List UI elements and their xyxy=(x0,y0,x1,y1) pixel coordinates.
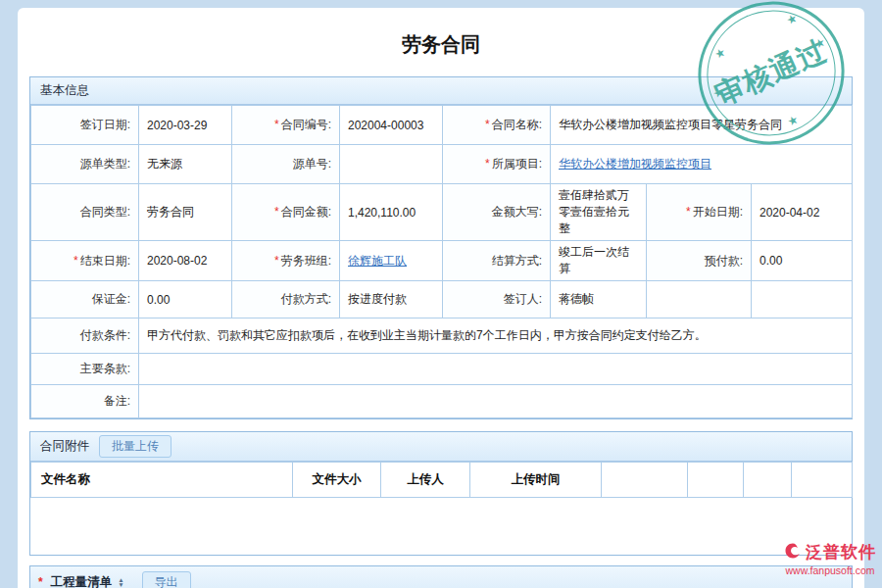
required-mark: * xyxy=(686,205,691,219)
contract-no-value: 202004-00003 xyxy=(340,106,443,145)
start-date-value: 2020-04-02 xyxy=(752,184,853,241)
col-empty xyxy=(688,463,744,498)
settlement-method-value: 竣工后一次结算 xyxy=(551,241,647,281)
amount-label: *合同金额: xyxy=(232,184,340,241)
basic-info-header: 基本信息 xyxy=(30,77,852,105)
payment-method-value: 按进度付款 xyxy=(340,281,443,318)
amount-in-words-label: 金额大写: xyxy=(443,184,551,241)
required-mark: * xyxy=(485,118,490,131)
brand-url: www.fanpusoft.com xyxy=(784,564,876,576)
main-clauses-value xyxy=(139,354,853,385)
content-panel: 劳务合同 基本信息 签订日期: 2020-03-29 *合同编号: 202004… xyxy=(18,8,864,588)
required-mark: * xyxy=(274,205,279,219)
export-button[interactable]: 导出 xyxy=(142,571,191,588)
signer-value: 蒋德帧 xyxy=(551,281,647,318)
fanpu-logo: 泛普软件 www.fanpusoft.com xyxy=(784,541,876,576)
col-empty xyxy=(602,463,688,498)
required-mark: * xyxy=(38,575,43,588)
boq-title: 工程量清单 xyxy=(51,574,113,588)
amount-in-words-value: 壹佰肆拾贰万零壹佰壹拾元整 xyxy=(551,184,647,241)
labor-team-value: 徐辉施工队 xyxy=(340,241,443,281)
payment-terms-value: 甲方代付款、罚款和其它应扣款项后，在收到业主当期计量款的7个工作日内，甲方按合同… xyxy=(139,318,853,354)
payment-method-label: 付款方式: xyxy=(232,281,340,318)
payment-terms-label: 付款条件: xyxy=(31,318,139,354)
col-uploader: 上传人 xyxy=(381,463,470,498)
boq-bar: * 工程量清单 ▲ ▼ 导出 xyxy=(29,565,853,588)
project-value: 华软办公楼增加视频监控项目 xyxy=(551,145,853,184)
sort-down-icon: ▼ xyxy=(118,582,123,587)
deposit-value: 0.00 xyxy=(139,281,232,318)
contract-name-label: *合同名称: xyxy=(443,106,551,145)
required-mark: * xyxy=(485,157,490,171)
remarks-value xyxy=(139,385,853,418)
labor-team-label: *劳务班组: xyxy=(232,241,340,281)
col-file-size: 文件大小 xyxy=(293,463,381,498)
attachments-section: 合同附件 批量上传 文件名称 文件大小 上传人 上传时间 xyxy=(29,431,853,556)
page-title: 劳务合同 xyxy=(18,8,864,69)
deposit-label: 保证金: xyxy=(31,281,139,318)
prepayment-value: 0.00 xyxy=(752,241,853,281)
fanpu-logo-icon xyxy=(784,542,802,564)
empty-cell xyxy=(647,281,752,318)
attachments-empty-area xyxy=(30,498,852,555)
source-type-value: 无来源 xyxy=(139,145,232,184)
source-no-label: 源单号: xyxy=(232,145,340,184)
attachments-title: 合同附件 xyxy=(40,438,89,455)
prepayment-label: 预付款: xyxy=(647,241,752,281)
start-date-label: *开始日期: xyxy=(647,184,752,241)
contract-no-label: *合同编号: xyxy=(232,106,340,145)
required-mark: * xyxy=(274,254,279,268)
source-type-label: 源单类型: xyxy=(31,145,139,184)
source-no-value xyxy=(340,145,443,184)
empty-cell xyxy=(752,281,853,318)
basic-info-table: 签订日期: 2020-03-29 *合同编号: 202004-00003 *合同… xyxy=(30,105,853,418)
amount-value: 1,420,110.00 xyxy=(340,184,443,241)
col-empty xyxy=(744,463,792,498)
basic-info-section: 基本信息 签订日期: 2020-03-29 *合同编号: 202004-0000… xyxy=(29,76,853,419)
main-clauses-label: 主要条款: xyxy=(31,354,139,385)
required-mark: * xyxy=(74,254,78,268)
contract-type-label: 合同类型: xyxy=(31,184,139,241)
remarks-label: 备注: xyxy=(31,385,139,418)
col-empty xyxy=(792,463,853,498)
brand-name: 泛普软件 xyxy=(806,541,876,564)
contract-type-value: 劳务合同 xyxy=(139,184,232,241)
settlement-method-label: 结算方式: xyxy=(443,241,551,281)
labor-team-link[interactable]: 徐辉施工队 xyxy=(348,254,407,268)
basic-info-title: 基本信息 xyxy=(40,82,89,99)
contract-name-value: 华软办公楼增加视频监控项目零星劳务合同 xyxy=(551,106,853,145)
end-date-value: 2020-08-02 xyxy=(139,241,232,281)
signer-label: 签订人: xyxy=(443,281,551,318)
end-date-label: *结束日期: xyxy=(31,241,139,281)
col-file-name: 文件名称 xyxy=(31,463,293,498)
sort-icon[interactable]: ▲ ▼ xyxy=(118,577,123,587)
sign-date-label: 签订日期: xyxy=(31,106,139,145)
col-upload-time: 上传时间 xyxy=(470,463,602,498)
attachments-table: 文件名称 文件大小 上传人 上传时间 xyxy=(30,462,853,498)
sign-date-value: 2020-03-29 xyxy=(139,106,232,145)
attachments-header: 合同附件 批量上传 xyxy=(30,432,852,462)
project-label: *所属项目: xyxy=(443,145,551,184)
required-mark: * xyxy=(274,118,279,131)
batch-upload-button[interactable]: 批量上传 xyxy=(99,435,172,457)
project-link[interactable]: 华软办公楼增加视频监控项目 xyxy=(559,157,711,171)
